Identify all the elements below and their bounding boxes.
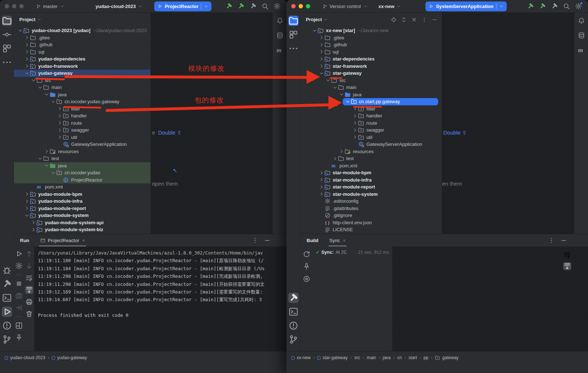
tree-row[interactable]: filter xyxy=(14,105,151,113)
tree-row[interactable]: main xyxy=(14,84,151,91)
zoom-window-button[interactable] xyxy=(306,4,310,8)
tree-row[interactable]: .editorconfig xyxy=(300,198,442,205)
problems-tool-icon[interactable] xyxy=(2,320,12,331)
chevron-down-icon[interactable] xyxy=(345,99,351,105)
close-window-button[interactable] xyxy=(5,4,9,8)
build-tool-icon-2[interactable] xyxy=(237,3,245,10)
tree-row[interactable]: GatewayServerApplication xyxy=(14,141,151,148)
chevron-right-icon[interactable] xyxy=(319,184,324,190)
run-console[interactable]: /Users/yunai/Library/Java/JavaVirtualMac… xyxy=(34,246,287,351)
chevron-right-icon[interactable] xyxy=(319,177,324,183)
tree-row[interactable]: .gitignore xyxy=(300,212,442,219)
tree-row[interactable]: sql xyxy=(14,48,151,56)
chevron-right-icon[interactable] xyxy=(57,106,63,112)
chevron-down-icon[interactable] xyxy=(50,170,56,176)
tree-row[interactable]: swagger xyxy=(300,127,442,134)
tree-row[interactable]: yudao-framework xyxy=(14,63,151,70)
chevron-right-icon[interactable] xyxy=(44,148,50,154)
tree-row[interactable]: star-dependencies xyxy=(300,55,442,63)
tree-row[interactable]: java xyxy=(14,162,151,170)
chevron-right-icon[interactable] xyxy=(24,49,30,55)
tree-row[interactable]: star-module-bpm xyxy=(300,169,442,176)
chevron-down-icon[interactable] xyxy=(37,156,43,162)
expand-collapse-icon[interactable] xyxy=(401,17,407,23)
tree-row[interactable]: xx-new [star]~/Java/xx-new xyxy=(300,27,442,34)
tree-row[interactable]: yudao-module-system xyxy=(14,212,151,219)
layout-icon[interactable] xyxy=(15,322,23,330)
pin-icon[interactable] xyxy=(303,263,311,271)
breadcrumb-item[interactable]: java xyxy=(383,355,391,360)
panel-options-icon[interactable] xyxy=(252,237,258,244)
chevron-right-icon[interactable] xyxy=(332,156,338,162)
clear-console-icon[interactable] xyxy=(25,310,33,318)
terminal-tool-icon[interactable] xyxy=(288,307,299,317)
sync-status-row[interactable]: ✓ Sync: At 2C 21 sec, 912 ms xyxy=(316,249,389,255)
run-tool-icon[interactable] xyxy=(2,307,12,317)
close-tab-icon[interactable]: × xyxy=(343,238,346,243)
hide-panel-icon[interactable] xyxy=(561,237,567,244)
chevron-right-icon[interactable] xyxy=(319,35,324,40)
tree-row[interactable]: util xyxy=(300,134,442,141)
chevron-right-icon[interactable] xyxy=(319,63,324,69)
chevron-right-icon[interactable] xyxy=(57,113,63,119)
chevron-down-icon[interactable] xyxy=(44,92,50,97)
chevron-down-icon[interactable] xyxy=(17,28,23,34)
tree-row[interactable]: src xyxy=(300,77,442,84)
tree-row[interactable]: java xyxy=(300,91,442,98)
hide-panel-icon[interactable] xyxy=(432,17,437,23)
sync-result-column[interactable]: ✓ Sync: At 2C 21 sec, 912 ms xyxy=(313,246,392,351)
tree-row[interactable]: .gitee xyxy=(300,34,442,42)
tree-row[interactable]: test xyxy=(300,155,442,162)
branch-widget[interactable]: Version control xyxy=(323,4,368,9)
close-window-button[interactable] xyxy=(291,4,296,8)
tree-row[interactable]: yudao-module-system-api xyxy=(14,219,151,226)
chevron-right-icon[interactable] xyxy=(31,219,36,225)
problems-tool-icon[interactable] xyxy=(288,320,299,331)
scroll-to-end-icon[interactable] xyxy=(563,262,571,270)
thread-dump-icon[interactable] xyxy=(15,292,23,300)
chevron-right-icon[interactable] xyxy=(31,227,36,233)
tree-row[interactable]: star-module-report xyxy=(300,183,442,191)
tree-row[interactable]: resources xyxy=(300,148,442,155)
chevron-right-icon[interactable] xyxy=(57,134,63,140)
chevron-right-icon[interactable] xyxy=(319,170,324,176)
tree-row[interactable]: main xyxy=(300,84,442,91)
chevron-right-icon[interactable] xyxy=(24,205,30,211)
chevron-right-icon[interactable] xyxy=(24,198,30,204)
commit-tool-icon[interactable] xyxy=(2,30,12,40)
tree-row[interactable]: star-framework xyxy=(300,63,442,70)
project-tool-icon[interactable] xyxy=(2,16,12,26)
chevron-right-icon[interactable] xyxy=(57,127,63,133)
tree-row[interactable]: util xyxy=(14,134,151,141)
chevron-down-icon[interactable] xyxy=(332,85,338,90)
project-panel-header[interactable]: Project xyxy=(300,13,442,26)
chevron-right-icon[interactable] xyxy=(352,120,358,126)
run-settings-icon[interactable] xyxy=(15,262,23,270)
chevron-down-icon[interactable] xyxy=(319,70,324,76)
chevron-down-icon[interactable] xyxy=(24,213,30,218)
tree-row[interactable]: star-module-system xyxy=(300,191,442,198)
tree-row[interactable]: sql xyxy=(300,48,442,56)
collapse-all-icon[interactable] xyxy=(411,17,417,23)
terminal-tool-icon[interactable] xyxy=(2,293,12,303)
tree-row[interactable]: .github xyxy=(300,41,442,48)
soft-wrap-icon[interactable] xyxy=(25,274,33,282)
tree-row[interactable]: swagger xyxy=(14,127,151,134)
chevron-right-icon[interactable] xyxy=(319,42,324,48)
tree-row[interactable]: star-module-infra xyxy=(300,176,442,184)
hide-panel-icon[interactable] xyxy=(264,237,270,244)
view-options-icon[interactable] xyxy=(303,275,311,283)
tree-row[interactable]: src xyxy=(14,77,151,84)
prev-occurrence-icon[interactable] xyxy=(25,250,33,258)
tree-row[interactable]: star-gateway xyxy=(300,70,442,77)
print-icon[interactable] xyxy=(25,298,33,306)
stop-icon[interactable] xyxy=(15,280,23,288)
tree-row[interactable]: yudao-module-system-biz xyxy=(14,226,151,233)
chevron-right-icon[interactable] xyxy=(352,134,358,140)
restart-icon[interactable] xyxy=(15,304,23,312)
maven-icon[interactable]: m xyxy=(276,46,284,54)
build-tool-icon-2[interactable] xyxy=(539,3,546,10)
rerun-icon[interactable] xyxy=(15,250,23,258)
tree-row[interactable]: resources xyxy=(14,148,151,155)
tree-row[interactable]: yudao-cloud-2023 [yudao]~/Java/yudao-clo… xyxy=(14,27,151,34)
